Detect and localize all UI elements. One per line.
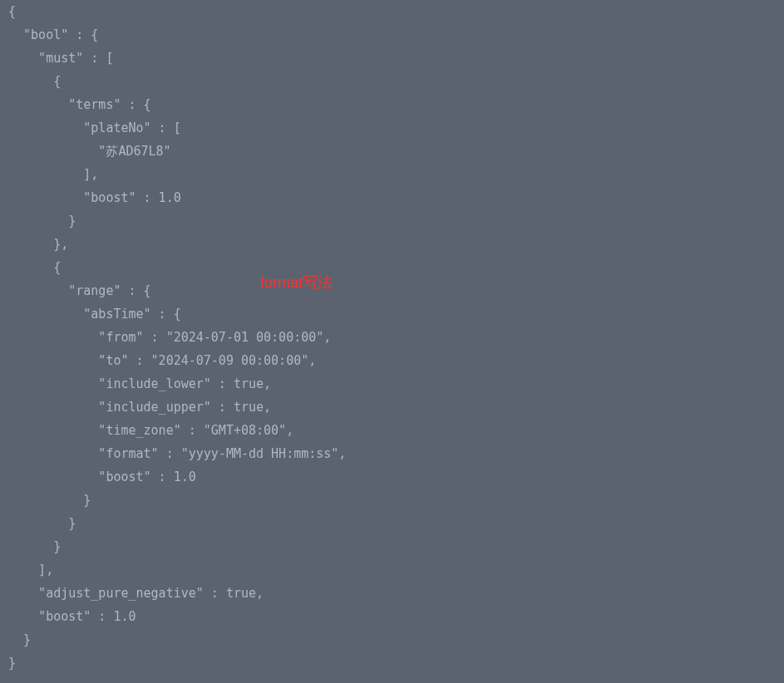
code-line: "boost" : 1.0 [8, 605, 784, 628]
code-line: "terms" : { [8, 93, 784, 116]
code-line: "format" : "yyyy-MM-dd HH:mm:ss", [8, 442, 784, 465]
code-editor[interactable]: { "bool" : { "must" : [ { "terms" : { "p… [0, 0, 784, 675]
code-line: "time_zone" : "GMT+08:00", [8, 419, 784, 442]
code-line: "must" : [ [8, 47, 784, 70]
code-line: "to" : "2024-07-09 00:00:00", [8, 349, 784, 372]
code-line: "苏AD67L8" [8, 140, 784, 163]
code-line: } [8, 628, 784, 651]
code-line: "boost" : 1.0 [8, 465, 784, 489]
code-line: } [8, 512, 784, 535]
code-line: "include_lower" : true, [8, 372, 784, 396]
code-line: "absTime" : { [8, 302, 784, 326]
code-line: } [8, 489, 784, 512]
code-line: "boost" : 1.0 [8, 186, 784, 209]
code-line: ], [8, 558, 784, 582]
code-line: { [8, 256, 784, 279]
code-line: } [8, 651, 784, 675]
code-line: "include_upper" : true, [8, 396, 784, 419]
code-line: "plateNo" : [ [8, 116, 784, 140]
editor-gutter [0, 0, 7, 675]
code-line: ], [8, 163, 784, 186]
code-line: } [8, 209, 784, 233]
code-content[interactable]: { "bool" : { "must" : [ { "terms" : { "p… [8, 0, 784, 675]
code-line: "bool" : { [8, 23, 784, 47]
code-line: { [8, 70, 784, 93]
code-line: "from" : "2024-07-01 00:00:00", [8, 326, 784, 349]
code-line: } [8, 535, 784, 558]
code-line: { [8, 0, 784, 23]
annotation-label: format写法 [260, 271, 333, 294]
code-line: }, [8, 233, 784, 256]
code-line: "range" : { [8, 279, 784, 302]
code-line: "adjust_pure_negative" : true, [8, 582, 784, 605]
